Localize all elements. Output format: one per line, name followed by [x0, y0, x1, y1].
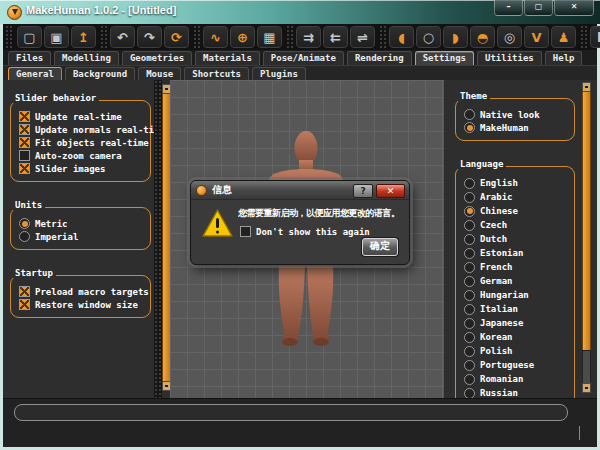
dialog-close-button[interactable]: ✕: [376, 184, 405, 198]
new-document-icon[interactable]: ▢: [17, 26, 42, 48]
makehuman-window: MakeHuman 1.0.2 - [Untitled] – ▢ ✕ ▢ ▣ ↥: [0, 0, 600, 450]
view-head-right-icon: ◗: [452, 31, 459, 44]
export-icon[interactable]: ↥: [71, 26, 96, 48]
tab-geometries[interactable]: Geometries: [122, 51, 192, 65]
save-icon[interactable]: ▣: [44, 26, 69, 48]
grab-screen-icon[interactable]: ◘: [590, 26, 600, 48]
radio-button: [464, 248, 475, 259]
subtab-shortcuts[interactable]: Shortcuts: [184, 67, 249, 80]
view-head-back-icon: ◓: [477, 31, 488, 44]
radio-button: [464, 304, 475, 315]
makehuman-logo-icon: [196, 185, 207, 196]
dialog-message: 您需要重新启动，以便应用您更改的语言。: [238, 207, 405, 220]
redo-icon: ↷: [144, 31, 155, 44]
tab-files[interactable]: Files: [8, 51, 51, 65]
language-option-row[interactable]: Estonian: [464, 246, 571, 260]
view-head-back-icon[interactable]: ◓: [470, 26, 495, 48]
radio-row[interactable]: MakeHuman: [464, 121, 571, 134]
language-option-row[interactable]: Dutch: [464, 232, 571, 246]
language-option-row[interactable]: Chinese: [464, 204, 571, 218]
close-button[interactable]: ✕: [554, 0, 594, 16]
view-head-top-icon[interactable]: ◎: [497, 26, 522, 48]
language-option-row[interactable]: Romanian: [464, 372, 571, 386]
language-option-row[interactable]: German: [464, 274, 571, 288]
radio-button: [464, 178, 475, 189]
checkbox-label: Slider images: [35, 164, 105, 174]
checkbox-row[interactable]: Update real-time: [19, 110, 147, 123]
radio-row[interactable]: Metric: [19, 217, 147, 230]
settings-subtab-bar: General Background Mouse Shortcuts Plugi…: [3, 65, 597, 80]
reset-icon: ⟳: [171, 31, 182, 44]
language-option-row[interactable]: Korean: [464, 330, 571, 344]
radio-row[interactable]: Imperial: [19, 230, 147, 243]
language-option-row[interactable]: French: [464, 260, 571, 274]
view-head-right-icon[interactable]: ◗: [443, 26, 468, 48]
language-option-row[interactable]: Portuguese: [464, 358, 571, 372]
language-option-row[interactable]: Russian: [464, 386, 571, 398]
minimize-button[interactable]: –: [494, 0, 523, 16]
checkbox-row[interactable]: Update normals real-time: [19, 123, 147, 136]
window-title: MakeHuman 1.0.2 - [Untitled]: [26, 4, 176, 16]
view-face-left-icon[interactable]: ◖: [389, 26, 414, 48]
background-checker-icon[interactable]: ▦: [257, 26, 282, 48]
view-body-icon[interactable]: ♟: [551, 26, 576, 48]
wireframe-globe-icon[interactable]: ⊕: [230, 26, 255, 48]
symmetry-lock-icon[interactable]: ⇌: [350, 26, 375, 48]
radio-label: Metric: [35, 219, 68, 229]
symmetry-right-icon[interactable]: ⇉: [296, 26, 321, 48]
redo-icon[interactable]: ↷: [137, 26, 162, 48]
radio-label: Russian: [480, 388, 518, 398]
radio-row[interactable]: Native look: [464, 108, 571, 121]
resize-grip[interactable]: [579, 426, 580, 440]
tab-rendering[interactable]: Rendering: [347, 51, 412, 65]
language-option-row[interactable]: Hungarian: [464, 288, 571, 302]
makehuman-logo-icon: [7, 5, 22, 20]
language-option-row[interactable]: Czech: [464, 218, 571, 232]
subtab-general[interactable]: General: [8, 67, 62, 80]
undo-icon[interactable]: ↶: [110, 26, 135, 48]
view-body-icon: ♟: [558, 31, 570, 44]
tab-materials[interactable]: Materials: [195, 51, 260, 65]
radio-button: [464, 360, 475, 371]
checkbox-row[interactable]: Restore window size: [19, 298, 147, 311]
radio-button: [464, 234, 475, 245]
checkbox-row[interactable]: Preload macro targets: [19, 285, 147, 298]
view-hands-icon: V: [531, 31, 541, 44]
main-tab-bar: Files Modelling Geometries Materials Pos…: [3, 50, 597, 65]
theme-group: Theme Native look MakeHuman: [455, 84, 575, 141]
language-option-row[interactable]: Arabic: [464, 190, 571, 204]
subtab-plugins[interactable]: Plugins: [252, 67, 306, 80]
language-group: Language English Arabic: [455, 152, 575, 398]
ok-button[interactable]: 确定: [362, 238, 398, 256]
group-title: Units: [12, 200, 45, 210]
language-option-row[interactable]: English: [464, 176, 571, 190]
scrollbar-thumb[interactable]: [582, 350, 591, 385]
wireframe-globe-icon: ⊕: [237, 31, 248, 44]
view-hands-icon[interactable]: V: [524, 26, 549, 48]
checkbox: [19, 111, 30, 122]
tab-pose-animate[interactable]: Pose/Animate: [263, 51, 344, 65]
language-option-row[interactable]: Italian: [464, 302, 571, 316]
subtab-mouse[interactable]: Mouse: [138, 67, 181, 80]
window-titlebar: MakeHuman 1.0.2 - [Untitled] – ▢ ✕: [0, 0, 600, 24]
tab-modelling[interactable]: Modelling: [54, 51, 119, 65]
checkbox-row[interactable]: Fit objects real-time: [19, 136, 147, 149]
language-option-row[interactable]: Japanese: [464, 316, 571, 330]
checkbox-row[interactable]: Auto-zoom camera: [19, 149, 147, 162]
tab-utilities[interactable]: Utilities: [477, 51, 542, 65]
dialog-help-button[interactable]: ?: [353, 184, 373, 198]
view-head-front-icon[interactable]: ○: [416, 26, 441, 48]
language-option-row[interactable]: Polish: [464, 344, 571, 358]
reset-icon[interactable]: ⟳: [164, 26, 189, 48]
dont-show-again-row[interactable]: Don't show this again: [240, 226, 370, 237]
subtab-background[interactable]: Background: [65, 67, 135, 80]
symmetry-left-icon[interactable]: ⇇: [323, 26, 348, 48]
dialog-title: 信息: [212, 183, 232, 197]
maximize-button[interactable]: ▢: [524, 0, 553, 16]
radio-button: [464, 109, 475, 120]
tab-settings[interactable]: Settings: [415, 51, 474, 65]
right-panel-scrollbar[interactable]: [582, 82, 591, 393]
tab-help[interactable]: Help: [545, 51, 583, 65]
smooth-toggle-icon[interactable]: ∿: [203, 26, 228, 48]
checkbox-row[interactable]: Slider images: [19, 162, 147, 175]
